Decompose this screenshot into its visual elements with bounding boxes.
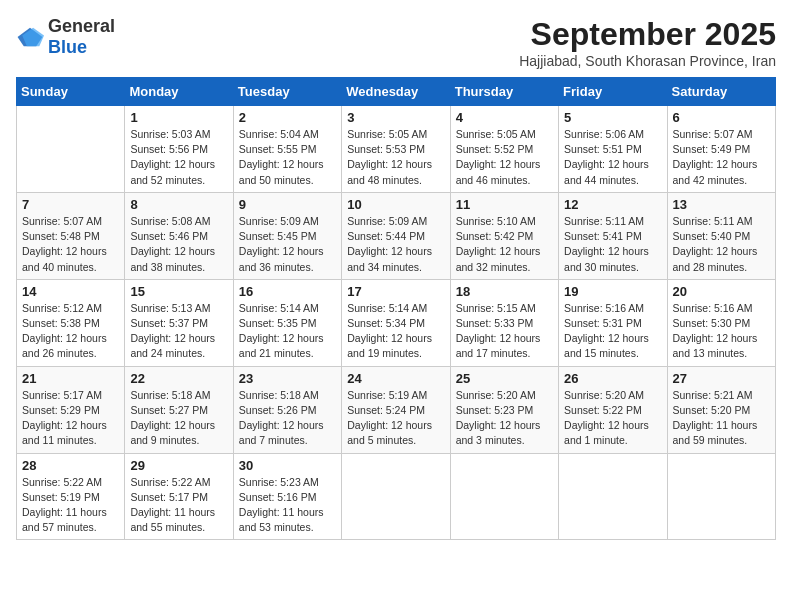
calendar: SundayMondayTuesdayWednesdayThursdayFrid… <box>16 77 776 540</box>
logo-blue: Blue <box>48 37 87 57</box>
day-info: Sunrise: 5:16 AM Sunset: 5:30 PM Dayligh… <box>673 301 770 362</box>
calendar-cell: 27Sunrise: 5:21 AM Sunset: 5:20 PM Dayli… <box>667 366 775 453</box>
calendar-cell: 19Sunrise: 5:16 AM Sunset: 5:31 PM Dayli… <box>559 279 667 366</box>
day-info: Sunrise: 5:04 AM Sunset: 5:55 PM Dayligh… <box>239 127 336 188</box>
calendar-cell: 30Sunrise: 5:23 AM Sunset: 5:16 PM Dayli… <box>233 453 341 540</box>
calendar-cell: 2Sunrise: 5:04 AM Sunset: 5:55 PM Daylig… <box>233 106 341 193</box>
day-info: Sunrise: 5:05 AM Sunset: 5:53 PM Dayligh… <box>347 127 444 188</box>
day-info: Sunrise: 5:20 AM Sunset: 5:22 PM Dayligh… <box>564 388 661 449</box>
day-info: Sunrise: 5:10 AM Sunset: 5:42 PM Dayligh… <box>456 214 553 275</box>
day-info: Sunrise: 5:11 AM Sunset: 5:40 PM Dayligh… <box>673 214 770 275</box>
calendar-cell: 22Sunrise: 5:18 AM Sunset: 5:27 PM Dayli… <box>125 366 233 453</box>
day-number: 2 <box>239 110 336 125</box>
calendar-cell: 6Sunrise: 5:07 AM Sunset: 5:49 PM Daylig… <box>667 106 775 193</box>
day-number: 29 <box>130 458 227 473</box>
day-info: Sunrise: 5:09 AM Sunset: 5:44 PM Dayligh… <box>347 214 444 275</box>
day-number: 10 <box>347 197 444 212</box>
day-info: Sunrise: 5:07 AM Sunset: 5:48 PM Dayligh… <box>22 214 119 275</box>
calendar-cell: 17Sunrise: 5:14 AM Sunset: 5:34 PM Dayli… <box>342 279 450 366</box>
day-info: Sunrise: 5:16 AM Sunset: 5:31 PM Dayligh… <box>564 301 661 362</box>
calendar-cell: 9Sunrise: 5:09 AM Sunset: 5:45 PM Daylig… <box>233 192 341 279</box>
day-number: 30 <box>239 458 336 473</box>
day-info: Sunrise: 5:23 AM Sunset: 5:16 PM Dayligh… <box>239 475 336 536</box>
day-info: Sunrise: 5:11 AM Sunset: 5:41 PM Dayligh… <box>564 214 661 275</box>
day-number: 17 <box>347 284 444 299</box>
calendar-cell: 5Sunrise: 5:06 AM Sunset: 5:51 PM Daylig… <box>559 106 667 193</box>
calendar-cell: 3Sunrise: 5:05 AM Sunset: 5:53 PM Daylig… <box>342 106 450 193</box>
day-number: 13 <box>673 197 770 212</box>
day-number: 23 <box>239 371 336 386</box>
calendar-cell: 16Sunrise: 5:14 AM Sunset: 5:35 PM Dayli… <box>233 279 341 366</box>
day-info: Sunrise: 5:19 AM Sunset: 5:24 PM Dayligh… <box>347 388 444 449</box>
day-number: 16 <box>239 284 336 299</box>
day-number: 3 <box>347 110 444 125</box>
month-title: September 2025 <box>519 16 776 53</box>
day-info: Sunrise: 5:18 AM Sunset: 5:27 PM Dayligh… <box>130 388 227 449</box>
calendar-cell <box>450 453 558 540</box>
day-number: 18 <box>456 284 553 299</box>
day-info: Sunrise: 5:05 AM Sunset: 5:52 PM Dayligh… <box>456 127 553 188</box>
calendar-cell: 4Sunrise: 5:05 AM Sunset: 5:52 PM Daylig… <box>450 106 558 193</box>
day-info: Sunrise: 5:14 AM Sunset: 5:34 PM Dayligh… <box>347 301 444 362</box>
day-number: 12 <box>564 197 661 212</box>
day-info: Sunrise: 5:07 AM Sunset: 5:49 PM Dayligh… <box>673 127 770 188</box>
day-info: Sunrise: 5:09 AM Sunset: 5:45 PM Dayligh… <box>239 214 336 275</box>
day-number: 9 <box>239 197 336 212</box>
day-number: 26 <box>564 371 661 386</box>
calendar-cell: 1Sunrise: 5:03 AM Sunset: 5:56 PM Daylig… <box>125 106 233 193</box>
calendar-cell: 8Sunrise: 5:08 AM Sunset: 5:46 PM Daylig… <box>125 192 233 279</box>
calendar-week-3: 21Sunrise: 5:17 AM Sunset: 5:29 PM Dayli… <box>17 366 776 453</box>
logo-icon <box>16 26 44 48</box>
day-info: Sunrise: 5:13 AM Sunset: 5:37 PM Dayligh… <box>130 301 227 362</box>
calendar-cell: 18Sunrise: 5:15 AM Sunset: 5:33 PM Dayli… <box>450 279 558 366</box>
day-number: 21 <box>22 371 119 386</box>
title-section: September 2025 Hajjiabad, South Khorasan… <box>519 16 776 69</box>
calendar-cell: 25Sunrise: 5:20 AM Sunset: 5:23 PM Dayli… <box>450 366 558 453</box>
day-number: 27 <box>673 371 770 386</box>
day-info: Sunrise: 5:12 AM Sunset: 5:38 PM Dayligh… <box>22 301 119 362</box>
calendar-cell: 7Sunrise: 5:07 AM Sunset: 5:48 PM Daylig… <box>17 192 125 279</box>
calendar-cell <box>17 106 125 193</box>
day-number: 7 <box>22 197 119 212</box>
day-info: Sunrise: 5:17 AM Sunset: 5:29 PM Dayligh… <box>22 388 119 449</box>
day-number: 5 <box>564 110 661 125</box>
day-number: 19 <box>564 284 661 299</box>
calendar-cell: 24Sunrise: 5:19 AM Sunset: 5:24 PM Dayli… <box>342 366 450 453</box>
day-number: 8 <box>130 197 227 212</box>
calendar-week-4: 28Sunrise: 5:22 AM Sunset: 5:19 PM Dayli… <box>17 453 776 540</box>
day-number: 1 <box>130 110 227 125</box>
day-number: 4 <box>456 110 553 125</box>
subtitle: Hajjiabad, South Khorasan Province, Iran <box>519 53 776 69</box>
calendar-cell: 21Sunrise: 5:17 AM Sunset: 5:29 PM Dayli… <box>17 366 125 453</box>
header: General Blue September 2025 Hajjiabad, S… <box>16 16 776 69</box>
calendar-week-0: 1Sunrise: 5:03 AM Sunset: 5:56 PM Daylig… <box>17 106 776 193</box>
col-header-friday: Friday <box>559 78 667 106</box>
day-number: 20 <box>673 284 770 299</box>
day-info: Sunrise: 5:15 AM Sunset: 5:33 PM Dayligh… <box>456 301 553 362</box>
calendar-cell <box>342 453 450 540</box>
calendar-cell: 10Sunrise: 5:09 AM Sunset: 5:44 PM Dayli… <box>342 192 450 279</box>
calendar-cell: 12Sunrise: 5:11 AM Sunset: 5:41 PM Dayli… <box>559 192 667 279</box>
day-number: 14 <box>22 284 119 299</box>
day-info: Sunrise: 5:22 AM Sunset: 5:19 PM Dayligh… <box>22 475 119 536</box>
col-header-wednesday: Wednesday <box>342 78 450 106</box>
calendar-cell: 14Sunrise: 5:12 AM Sunset: 5:38 PM Dayli… <box>17 279 125 366</box>
calendar-cell <box>559 453 667 540</box>
day-number: 15 <box>130 284 227 299</box>
day-info: Sunrise: 5:03 AM Sunset: 5:56 PM Dayligh… <box>130 127 227 188</box>
calendar-cell: 29Sunrise: 5:22 AM Sunset: 5:17 PM Dayli… <box>125 453 233 540</box>
calendar-week-1: 7Sunrise: 5:07 AM Sunset: 5:48 PM Daylig… <box>17 192 776 279</box>
col-header-thursday: Thursday <box>450 78 558 106</box>
day-info: Sunrise: 5:22 AM Sunset: 5:17 PM Dayligh… <box>130 475 227 536</box>
day-info: Sunrise: 5:20 AM Sunset: 5:23 PM Dayligh… <box>456 388 553 449</box>
day-number: 6 <box>673 110 770 125</box>
day-info: Sunrise: 5:18 AM Sunset: 5:26 PM Dayligh… <box>239 388 336 449</box>
calendar-cell: 13Sunrise: 5:11 AM Sunset: 5:40 PM Dayli… <box>667 192 775 279</box>
col-header-sunday: Sunday <box>17 78 125 106</box>
logo: General Blue <box>16 16 115 58</box>
col-header-monday: Monday <box>125 78 233 106</box>
day-number: 25 <box>456 371 553 386</box>
day-info: Sunrise: 5:21 AM Sunset: 5:20 PM Dayligh… <box>673 388 770 449</box>
col-header-tuesday: Tuesday <box>233 78 341 106</box>
calendar-body: 1Sunrise: 5:03 AM Sunset: 5:56 PM Daylig… <box>17 106 776 540</box>
